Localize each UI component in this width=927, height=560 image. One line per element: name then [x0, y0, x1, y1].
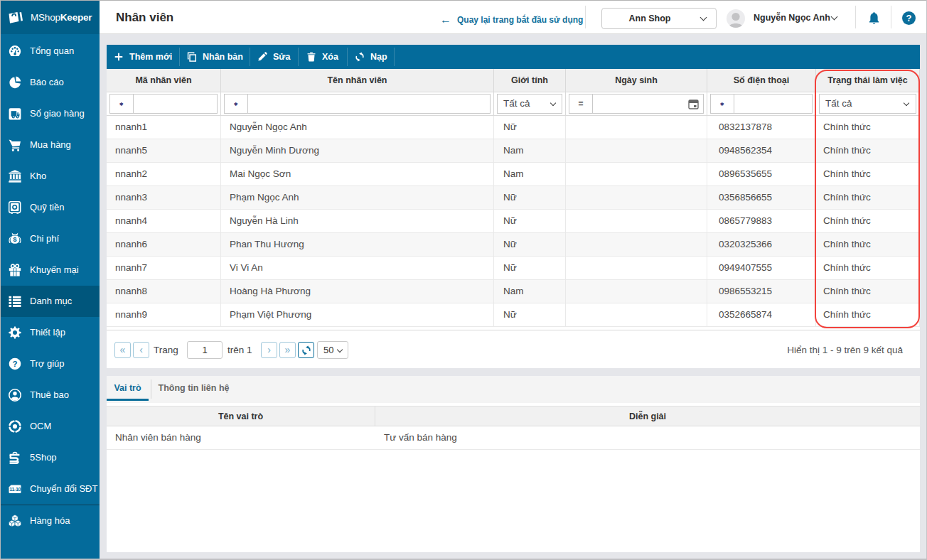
svg-text:$: $: [13, 235, 17, 243]
svg-text:?: ?: [12, 360, 17, 368]
svg-text:11-10: 11-10: [9, 486, 21, 492]
